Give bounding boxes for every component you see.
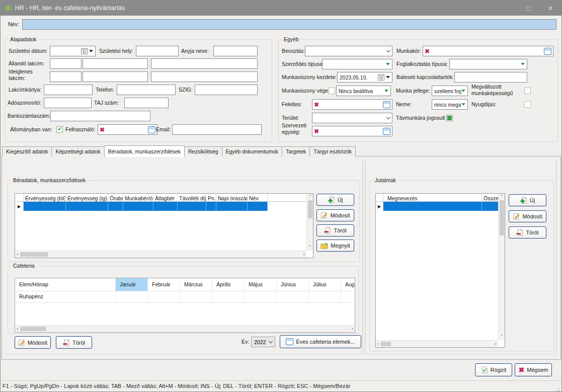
horizontal-scrollbar[interactable]: ‹ › (15, 325, 355, 332)
tab-kiegeszito-adatok[interactable]: Kiegészítő adatok (2, 146, 52, 156)
jutalmak-edit-button[interactable]: Módosít (509, 210, 546, 222)
column-header-februar[interactable]: Február (148, 278, 180, 291)
selected-row[interactable]: ▶ (376, 202, 505, 211)
tab-egyeb-dokumentumok[interactable]: Egyéb dokumentumok (222, 146, 282, 156)
permanent-address-street-input[interactable] (151, 58, 258, 69)
tab-beradatok[interactable]: Béradatok, munkaszerződések (104, 145, 185, 157)
tab-targyi-eszkozok[interactable]: Tárgyi eszközök (309, 146, 356, 156)
work-nature-combo[interactable]: szellemi fogl. (432, 86, 468, 96)
permanent-address-zip-input[interactable] (50, 58, 82, 69)
beradatok-edit-button[interactable]: Módosít (316, 209, 354, 221)
cafeteria-delete-button[interactable]: Töröl (56, 336, 92, 349)
scrollbar-thumb[interactable] (500, 200, 504, 236)
beradatok-new-button[interactable]: Új (316, 194, 354, 206)
user-field[interactable]: ✖ (98, 124, 157, 135)
temporary-address-city-input[interactable] (83, 71, 148, 82)
jutalmak-new-button[interactable]: Új (509, 194, 546, 206)
column-header-nev[interactable]: Név (248, 194, 268, 201)
column-header-oraber[interactable]: Órabé (108, 194, 123, 201)
column-header-elem-honap[interactable]: Elem/Hónap (15, 278, 116, 291)
tab-kepzettsegi-adatok[interactable]: Képzettségi adatok (51, 146, 104, 156)
row-selector-cell[interactable]: ▶ (376, 202, 383, 211)
in-staff-checkbox[interactable]: ✔ (56, 126, 63, 133)
scrollbar-thumb[interactable] (20, 252, 48, 257)
scroll-left-icon[interactable]: ‹ (15, 251, 20, 258)
gender-combo[interactable]: nincs megad (432, 99, 468, 110)
horizontal-scrollbar[interactable]: ‹ › (15, 251, 306, 258)
maximize-button[interactable]: □ (517, 1, 539, 16)
column-header-januar[interactable]: Január (116, 278, 148, 291)
job-field[interactable]: ✖ (423, 46, 553, 56)
scroll-right-icon[interactable]: › (301, 251, 306, 258)
permanent-address-city-input[interactable] (83, 58, 148, 69)
year-select[interactable]: 2022 (251, 337, 275, 347)
scroll-right-icon[interactable]: › (350, 326, 355, 332)
email-input[interactable] (172, 124, 262, 135)
position-combo[interactable] (305, 46, 392, 56)
birth-date-input[interactable] (50, 46, 96, 56)
vertical-scrollbar[interactable]: ˄ ˅ (306, 194, 313, 251)
scroll-down-icon[interactable]: ˅ (307, 244, 313, 251)
temporary-address-zip-input[interactable] (50, 71, 82, 82)
mother-name-input[interactable] (213, 46, 258, 56)
scrollbar-thumb[interactable] (308, 200, 312, 218)
accident-contacts-input[interactable] (454, 72, 527, 83)
scrollbar-thumb[interactable] (381, 342, 391, 346)
close-button[interactable]: ✕ (539, 1, 561, 16)
browse-window-icon[interactable] (383, 128, 390, 135)
supervisor-field[interactable]: ✖ (312, 99, 392, 110)
scroll-left-icon[interactable]: ‹ (15, 326, 20, 332)
column-header-tavolleti-dij[interactable]: Távolléti díj (178, 194, 206, 201)
column-header-megnevezes[interactable]: Megnevezés (383, 194, 482, 201)
cafeteria-row-ruhapenz[interactable]: Ruhapénz (15, 291, 355, 303)
column-header-augusztus[interactable]: Aug (341, 278, 355, 291)
column-header-ervenyesseg-tol[interactable]: Érvényesség (tól) (24, 194, 66, 201)
scroll-up-icon[interactable]: ˄ (307, 194, 313, 200)
scrollbar-thumb[interactable] (20, 327, 46, 331)
yearly-cafeteria-button[interactable]: Éves cafeteria elemek... (280, 335, 361, 348)
phone-input[interactable] (117, 85, 176, 95)
column-header-junius[interactable]: Június (277, 278, 309, 291)
column-header-napi-oraszam[interactable]: Napi óraszám (216, 194, 248, 201)
beradatok-open-button[interactable]: Megnyit (316, 240, 354, 252)
tax-id-input[interactable] (44, 98, 92, 108)
jutalmak-delete-button[interactable]: Töröl (509, 226, 546, 239)
area-combo[interactable] (312, 113, 392, 123)
bank-account-input[interactable] (50, 111, 150, 121)
column-header-pn[interactable]: Pn. (206, 194, 216, 201)
org-unit-field[interactable]: ✖ (312, 126, 392, 136)
column-header-majus[interactable]: Május (245, 278, 277, 291)
column-header-julius[interactable]: Július (309, 278, 341, 291)
row-selector-cell[interactable]: ▶ (15, 202, 24, 211)
column-header-ervenyesseg-ig[interactable]: Érvényesség (ig) (66, 194, 108, 201)
column-header-munkaber[interactable]: Munkabér/ór (123, 194, 153, 201)
scroll-down-icon[interactable]: ˅ (499, 334, 505, 340)
column-header-osszeg[interactable]: Összeg (482, 194, 499, 201)
browse-window-icon[interactable] (544, 48, 551, 55)
column-header-marcius[interactable]: Március (180, 278, 212, 291)
employment-end-combo[interactable]: Nincs beállítva (336, 86, 391, 96)
remote-work-checkbox[interactable] (446, 115, 453, 121)
splitter[interactable] (365, 161, 365, 353)
contract-type-combo[interactable] (322, 59, 392, 69)
tab-rezsikoltseg[interactable]: Rezsiköltség (184, 146, 222, 156)
resize-grip-icon[interactable] (558, 388, 559, 389)
splitter[interactable] (362, 161, 363, 353)
cafeteria-edit-button[interactable]: Módosít (15, 336, 51, 349)
tab-targetek[interactable]: Targetek (282, 146, 310, 156)
temporary-address-street-input[interactable] (151, 71, 258, 82)
address-card-input[interactable] (44, 85, 93, 95)
column-header-aprilis[interactable]: Április (212, 278, 245, 291)
beradatok-delete-button[interactable]: Töröl (316, 224, 354, 237)
cancel-button[interactable]: ✖ Mégsem (515, 363, 552, 376)
pensioner-checkbox[interactable] (524, 101, 531, 108)
employment-end-checkbox[interactable] (329, 88, 335, 94)
save-button[interactable]: Rögzít (475, 363, 512, 376)
scroll-left-icon[interactable]: ‹ (376, 341, 381, 347)
selected-row[interactable]: ▶ (15, 202, 313, 211)
name-input[interactable] (22, 19, 556, 30)
taj-input[interactable] (124, 98, 169, 108)
horizontal-scrollbar[interactable]: ‹ › (376, 340, 498, 347)
browse-window-icon[interactable] (383, 101, 390, 108)
employment-type-combo[interactable] (449, 59, 527, 69)
